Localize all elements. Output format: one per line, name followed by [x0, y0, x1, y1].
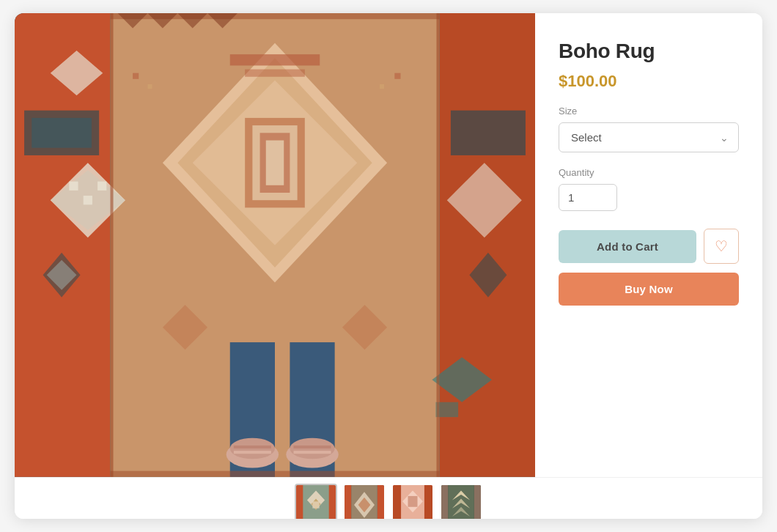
thumbnail-3[interactable]	[391, 484, 434, 519]
svg-rect-28	[294, 446, 331, 448]
svg-rect-53	[296, 485, 303, 519]
quantity-input[interactable]	[559, 184, 617, 211]
svg-rect-38	[110, 13, 113, 477]
product-price: $100.00	[559, 72, 739, 91]
svg-rect-50	[394, 73, 400, 79]
size-select-wrapper: Select Small (3x5) Medium (5x7) Large (8…	[559, 122, 739, 152]
svg-rect-39	[436, 13, 439, 477]
svg-rect-16	[97, 182, 106, 191]
svg-rect-41	[110, 471, 439, 477]
svg-rect-11	[230, 54, 320, 65]
svg-rect-31	[32, 118, 92, 148]
product-image-section	[15, 13, 535, 477]
thumbnail-2[interactable]	[343, 484, 386, 519]
buy-now-button[interactable]: Buy Now	[559, 273, 739, 306]
svg-rect-54	[329, 485, 336, 519]
thumbnail-1[interactable]	[295, 484, 337, 519]
product-card: Boho Rug $100.00 Size Select Small (3x5)…	[15, 13, 762, 519]
svg-rect-49	[147, 84, 152, 89]
quantity-label: Quantity	[559, 167, 739, 178]
product-title: Boho Rug	[559, 40, 739, 63]
svg-rect-15	[69, 182, 78, 191]
add-to-cart-button[interactable]: Add to Cart	[559, 230, 696, 263]
svg-rect-51	[380, 84, 384, 89]
svg-rect-25	[234, 451, 271, 454]
thumbnail-4[interactable]	[440, 484, 482, 519]
svg-rect-34	[451, 111, 526, 155]
svg-rect-10	[266, 141, 284, 185]
svg-rect-12	[245, 70, 305, 77]
svg-rect-24	[234, 446, 271, 448]
thumbnails-row	[15, 477, 762, 519]
svg-rect-48	[133, 73, 139, 79]
svg-rect-57	[312, 501, 319, 508]
svg-rect-71	[441, 485, 448, 519]
svg-rect-72	[474, 485, 481, 519]
action-row: Add to Cart ♡	[559, 229, 739, 264]
size-select[interactable]: Select Small (3x5) Medium (5x7) Large (8…	[559, 122, 739, 152]
wishlist-button[interactable]: ♡	[704, 229, 739, 264]
heart-icon: ♡	[715, 239, 728, 254]
svg-rect-29	[294, 451, 331, 454]
svg-rect-59	[345, 485, 351, 519]
size-label: Size	[559, 106, 739, 117]
svg-rect-60	[378, 485, 384, 519]
main-content: Boho Rug $100.00 Size Select Small (3x5)…	[15, 13, 762, 477]
rug-image	[15, 13, 535, 477]
svg-rect-69	[408, 496, 417, 507]
product-panel: Boho Rug $100.00 Size Select Small (3x5)…	[535, 13, 762, 477]
svg-rect-17	[84, 196, 92, 204]
svg-rect-65	[393, 485, 401, 519]
svg-rect-66	[424, 485, 432, 519]
